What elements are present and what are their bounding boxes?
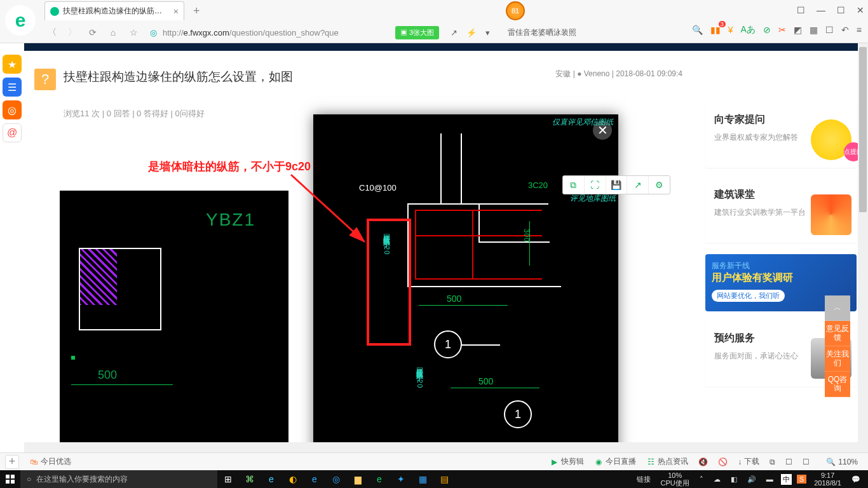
home-button[interactable]: ⌂ — [105, 25, 121, 40]
tab-favicon — [50, 7, 59, 16]
live-today[interactable]: ◉今日直播 — [589, 456, 641, 467]
system-tray: 链接 10%CPU使用 ˄ ☁ ◧ 🔊 ▬ 中 S 9:172018/8/1 💬 — [634, 471, 868, 487]
ie-icon[interactable]: e — [261, 470, 282, 488]
reader-icon[interactable]: ☐ — [825, 25, 834, 35]
cpu-meter[interactable]: 10%CPU使用 — [658, 471, 692, 487]
svg-rect-3 — [6, 480, 10, 484]
taskview-icon[interactable]: ⊞ — [217, 470, 239, 488]
restore-icon[interactable]: ↶ — [841, 25, 849, 35]
app-icon[interactable]: ▦ — [412, 470, 433, 488]
edge-icon[interactable]: e — [304, 470, 325, 488]
horizontal-scrollbar[interactable] — [24, 442, 858, 452]
question-title: 扶壁柱跟构造边缘住的纵筋怎么设置，如图 — [64, 69, 293, 85]
search-suggestion[interactable]: 雷佳音老婆晒泳装照 — [508, 27, 597, 38]
app-icon[interactable]: ⌘ — [239, 470, 261, 488]
zoom-level[interactable]: 🔍 110% — [821, 458, 863, 466]
today-picks[interactable]: 🛍今日优选 — [24, 456, 76, 467]
scroll-top-button[interactable]: ︿ — [825, 295, 850, 321]
browser-app-icon[interactable]: e — [369, 470, 390, 488]
flash-icon[interactable]: ⚡ — [466, 28, 477, 37]
close-icon[interactable]: ✕ — [857, 5, 864, 15]
lb-copy-icon[interactable]: ⧉ — [563, 176, 585, 194]
lightbox-toolbar: ⧉ ⛶ 💾 ↗ ⚙ — [562, 175, 670, 194]
rail-favorites-icon[interactable]: ★ — [3, 55, 22, 74]
sidebar-icon[interactable]: ☐ — [780, 458, 797, 466]
card-classroom[interactable]: 建筑课堂 建筑行业实训教学第一平台 — [705, 179, 857, 243]
network-icon[interactable]: ▬ — [764, 475, 776, 483]
class-logo-icon — [811, 194, 851, 235]
image-lightbox: ✕ 是墙体暗柱的纵筋，不小于9c20 仅直评见邓信图纸 评见地库图纸 C10@1… — [313, 114, 618, 452]
lb-save-icon[interactable]: 💾 — [606, 176, 628, 194]
clock[interactable]: 9:172018/8/1 — [811, 471, 844, 487]
lb-fullscreen-icon[interactable]: ⛶ — [585, 176, 606, 194]
mute-icon[interactable]: 🔇 — [693, 458, 713, 466]
pin-icon[interactable]: ☐ — [797, 5, 805, 15]
wallet-icon[interactable]: ¥ — [728, 25, 733, 35]
svg-line-0 — [291, 175, 364, 241]
share-icon[interactable]: ↗ — [451, 28, 458, 37]
reload-button[interactable]: ⟳ — [85, 25, 100, 40]
notification-badge[interactable]: 81 — [506, 1, 525, 20]
maximize-icon[interactable]: ☐ — [837, 5, 845, 15]
tab-close-icon[interactable]: × — [173, 6, 179, 17]
browser-tab[interactable]: 扶壁柱跟构造边缘住的纵筋怎么设 × — [44, 1, 184, 20]
download-button[interactable]: ↓ 下载 — [733, 456, 764, 467]
new-tab-button[interactable]: + — [189, 4, 204, 18]
dropdown-icon[interactable]: ▾ — [485, 28, 490, 37]
menu-icon[interactable]: ≡ — [857, 25, 862, 35]
pip-icon[interactable]: ⧉ — [764, 458, 780, 466]
lb-share-icon[interactable]: ↗ — [627, 176, 649, 194]
tray-icon[interactable]: ◧ — [728, 475, 740, 484]
adblock-icon[interactable]: ⊘ — [763, 25, 771, 35]
hot-news[interactable]: ☷热点资讯 — [641, 456, 693, 467]
rail-at-icon[interactable]: @ — [3, 123, 22, 142]
action-center-icon[interactable]: 💬 — [849, 475, 863, 484]
feedback-button[interactable]: 意见反馈 — [825, 321, 850, 346]
tray-link[interactable]: 链接 — [634, 475, 653, 484]
screenshot-icon[interactable]: ◩ — [794, 25, 802, 35]
favorite-button[interactable]: ☆ — [126, 25, 141, 40]
add-panel-button[interactable]: + — [5, 455, 19, 469]
start-button[interactable] — [0, 470, 20, 488]
scroll-thumb[interactable] — [859, 47, 867, 212]
search-icon[interactable]: 🔍 — [692, 25, 703, 35]
vertical-scrollbar[interactable] — [858, 43, 868, 452]
qq-button[interactable]: QQ咨询 — [825, 372, 850, 397]
grid-icon[interactable]: ▦ — [810, 25, 818, 35]
ext-icon[interactable]: ☐ — [797, 458, 815, 466]
app-icon[interactable]: ✦ — [390, 470, 412, 488]
explorer-icon[interactable]: ▆ — [347, 470, 369, 488]
ime-icon[interactable]: 中 — [781, 474, 792, 485]
image-count-pill[interactable]: ▣ 3张大图 — [395, 26, 439, 39]
browser-logo[interactable]: e — [5, 5, 36, 36]
block-icon[interactable]: 🚫 — [713, 458, 733, 466]
lb-settings-icon[interactable]: ⚙ — [649, 176, 670, 194]
rail-weibo-icon[interactable]: ◎ — [3, 100, 22, 119]
address-bar[interactable]: ◎ http://e.fwxgx.com/question/question_s… — [146, 24, 388, 41]
tray-icon[interactable]: ☁ — [711, 475, 723, 484]
card-ask-expert[interactable]: 向专家提问 业界最权威专家为您解答 点提问 — [705, 104, 857, 168]
forward-button[interactable]: 〉 — [65, 25, 80, 40]
url-text: http://e.fwxgx.com/question/question_sho… — [163, 28, 339, 37]
taskbar-search[interactable]: ○ 在这里输入你要搜索的内容 — [20, 470, 217, 488]
floating-actions: ︿ 意见反馈 关注我们 QQ咨询 — [825, 295, 850, 397]
rail-news-icon[interactable]: ☰ — [3, 78, 22, 97]
volume-icon[interactable]: 🔊 — [745, 475, 759, 484]
minimize-icon[interactable]: — — [817, 5, 825, 15]
tray-up-icon[interactable]: ˄ — [697, 475, 706, 484]
back-button[interactable]: 〈 — [44, 25, 60, 40]
follow-button[interactable]: 关注我们 — [825, 346, 850, 372]
svg-rect-1 — [6, 475, 10, 478]
translate-icon[interactable]: Aあ — [740, 24, 755, 36]
url-tools: ↗ ⚡ ▾ — [451, 28, 490, 37]
browser-status-bar: + 🛍今日优选 ▶快剪辑 ◉今日直播 ☷热点资讯 🔇 🚫 ↓ 下载 ⧉ ☐ ☐ … — [0, 452, 868, 470]
sogou-icon[interactable]: S — [797, 475, 806, 484]
app-icon[interactable]: ▤ — [433, 470, 455, 488]
quick-clip[interactable]: ▶快剪辑 — [545, 456, 589, 467]
vertical-note: 同楼层端柱纵筋且不小于9C20 — [382, 229, 391, 255]
extension-icon[interactable]: ▮▮ — [710, 25, 721, 35]
app-icon[interactable]: ◐ — [282, 470, 304, 488]
scissors-icon[interactable]: ✂ — [778, 25, 786, 35]
app-icon[interactable]: ◎ — [325, 470, 347, 488]
windows-taskbar: ○ 在这里输入你要搜索的内容 ⊞ ⌘ e ◐ e ◎ ▆ e ✦ ▦ ▤ 链接 … — [0, 470, 868, 488]
